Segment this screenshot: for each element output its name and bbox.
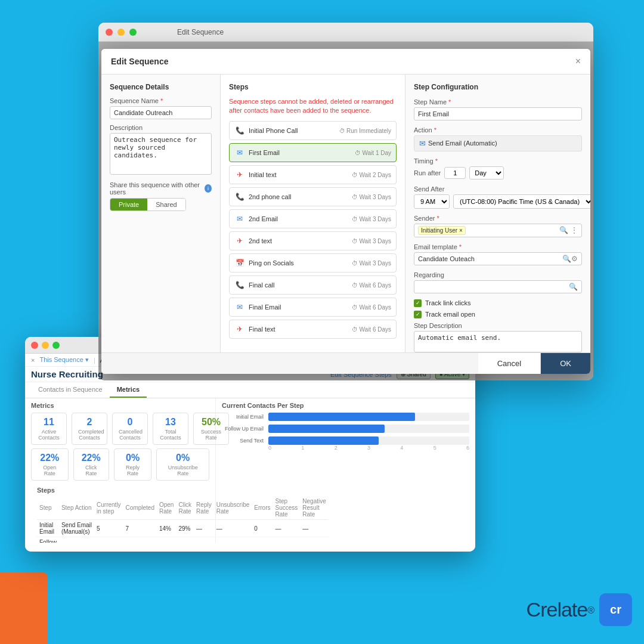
unsub-rate-label: Unsubscribe Rate <box>163 465 203 476</box>
tl-green-2[interactable] <box>52 342 60 349</box>
template-settings-btn[interactable]: ⚙ <box>571 255 578 263</box>
steps-title: Steps <box>229 83 397 91</box>
shared-button[interactable]: Shared <box>147 199 185 210</box>
active-contacts-value: 11 <box>38 417 60 428</box>
seq-desc-label: Description <box>110 124 212 131</box>
this-sequence-tab[interactable]: This Sequence ▾ <box>39 356 88 364</box>
sender-more-btn[interactable]: ⋮ <box>571 226 578 234</box>
tab-metrics[interactable]: Metrics <box>110 382 147 398</box>
email-icon-3: ✉ <box>234 302 245 312</box>
seq-name-input[interactable] <box>110 106 212 119</box>
regarding-search-btn[interactable]: 🔍 <box>569 283 578 291</box>
step-item-final-email[interactable]: ✉ Final Email ⏱Wait 6 Days <box>229 298 397 317</box>
step-item-first-email[interactable]: ✉ First Email ⏱Wait 1 Day <box>229 143 397 162</box>
active-contacts-label: Active Contacts <box>38 429 60 441</box>
send-after-timezone-select[interactable]: (UTC-08:00) Pacific Time (US & Canada) <box>453 194 590 209</box>
traffic-light-green[interactable] <box>129 29 137 36</box>
step-item-ping-socials[interactable]: 📅 Ping on Socials ⏱Wait 3 Days <box>229 253 397 273</box>
step-desc-textarea[interactable]: Automatic email send. <box>414 331 582 352</box>
app-close-btn[interactable]: × <box>31 357 35 364</box>
click-rate-label: Click Rate <box>80 465 103 476</box>
step-name-field: Step Name * <box>414 98 582 120</box>
reply-rate-label: Reply Rate <box>120 465 145 476</box>
completed-contacts-label: Completed Contacts <box>78 429 101 441</box>
completed-contacts-value: 2 <box>78 417 101 428</box>
total-contacts-label: Total Contacts <box>159 429 182 441</box>
chart-section: Current Contacts Per Step Initial Email … <box>216 398 475 543</box>
step-item-2nd-email[interactable]: ✉ 2nd Email ⏱Wait 3 Days <box>229 209 397 228</box>
crelate-logo: cr <box>599 593 632 626</box>
step-item-initial-text[interactable]: ✈ Initial text ⏱Wait 2 Days <box>229 165 397 184</box>
unsub-rate-card: 0% Unsubscribe Rate <box>156 448 209 481</box>
sequence-details-panel: Sequence Details Sequence Name * Descrip… <box>101 75 221 352</box>
timing-number-input[interactable] <box>444 167 466 179</box>
traffic-light-yellow[interactable] <box>117 29 125 36</box>
regarding-input-area[interactable]: 🔍 <box>414 280 582 293</box>
crelate-branding: Crelate® cr <box>527 593 632 626</box>
step-item-2nd-phone-call[interactable]: 📞 2nd phone call ⏱Wait 3 Days <box>229 187 397 206</box>
edit-sequence-dialog: Edit Sequence × Sequence Details Sequenc… <box>101 49 590 374</box>
share-toggle-group: Private Shared <box>110 198 186 211</box>
tl-red-2[interactable] <box>31 342 38 349</box>
reply-rate-value: 0% <box>120 453 145 463</box>
modal-close-button[interactable]: × <box>575 56 581 67</box>
seq-name-label: Sequence Name * <box>110 97 212 104</box>
track-open-checkbox[interactable]: ✓ <box>414 311 422 318</box>
metrics-row-2: 22% Open Rate 22% Click Rate 0% Reply Ra… <box>31 448 209 481</box>
tl-yellow-2[interactable] <box>42 342 49 349</box>
timing-unit-select[interactable]: Day Week <box>469 166 504 179</box>
action-badge: ✉ Send Email (Automatic) <box>414 135 582 151</box>
step-desc-field: Step Description Automatic email send. <box>414 322 582 352</box>
email-template-field: Email template * Candidate Outeach 🔍 ⚙ <box>414 243 582 265</box>
text-icon-2: ✈ <box>234 236 245 246</box>
open-rate-label: Open Rate <box>38 465 62 476</box>
completed-contacts-card: 2 Completed Contacts <box>72 413 107 445</box>
steps-table-section: Steps Step Step Action Currently in step… <box>31 484 209 543</box>
click-rate-value: 22% <box>80 453 103 463</box>
text-icon-3: ✈ <box>234 324 245 335</box>
traffic-light-red[interactable] <box>106 29 113 36</box>
sender-input-area[interactable]: Initiating User × 🔍 ⋮ <box>414 224 582 237</box>
step-item-initial-phone-call[interactable]: 📞 Initial Phone Call ⏱Run Immediately <box>229 121 397 140</box>
track-link-checkbox[interactable]: ✓ <box>414 299 422 307</box>
chart-bar-initial-email: Initial Email <box>222 413 469 421</box>
cancel-button[interactable]: Cancel <box>478 353 541 374</box>
step-item-2nd-text[interactable]: ✈ 2nd text ⏱Wait 3 Days <box>229 231 397 250</box>
email-icon-2: ✉ <box>234 213 245 224</box>
crelate-registered-icon: ® <box>587 605 595 615</box>
cancelled-contacts-value: 0 <box>119 417 141 428</box>
main-window-title: Edit Sequence <box>177 28 224 36</box>
sender-tag: Initiating User × <box>418 226 466 235</box>
track-link-label: Track link clicks <box>425 299 471 306</box>
seq-details-title: Sequence Details <box>110 83 212 91</box>
chart-bar-followup-email: Follow Up Email <box>222 425 469 433</box>
modal-body: Sequence Details Sequence Name * Descrip… <box>101 75 590 352</box>
total-contacts-value: 13 <box>159 417 182 428</box>
ok-button[interactable]: OK <box>541 353 590 374</box>
bar-chart: Initial Email Follow Up Email Send Text <box>222 413 469 445</box>
send-after-time-select[interactable]: 9 AM <box>414 194 450 209</box>
template-input-area[interactable]: Candidate Outeach 🔍 ⚙ <box>414 252 582 265</box>
cancelled-contacts-label: Cancelled Contacts <box>119 429 141 441</box>
steps-warning: Sequence steps cannot be added, deleted … <box>229 97 397 116</box>
sender-search-btn[interactable]: 🔍 <box>559 226 568 234</box>
sender-field: Sender * Initiating User × 🔍 ⋮ <box>414 215 582 237</box>
private-button[interactable]: Private <box>110 199 147 210</box>
step-name-input[interactable] <box>414 107 582 120</box>
seq-desc-textarea[interactable]: Outreach sequence for newly sourced cand… <box>110 133 212 175</box>
phone-icon-3: 📞 <box>234 280 245 290</box>
crelate-text: Crelate <box>527 598 588 621</box>
step-item-final-text[interactable]: ✈ Final text ⏱Wait 6 Days <box>229 320 397 339</box>
step-item-final-call[interactable]: 📞 Final call ⏱Wait 6 Days <box>229 275 397 295</box>
tab-contacts-in-sequence[interactable]: Contacts in Sequence <box>31 382 110 398</box>
template-search-btn[interactable]: 🔍 <box>562 255 571 263</box>
modal-footer: Cancel OK <box>101 352 590 374</box>
chart-axis: 0 1 2 3 4 5 6 <box>222 445 469 451</box>
template-name-text: Candidate Outeach <box>418 255 562 262</box>
chart-bar-send-text: Send Text <box>222 436 469 445</box>
total-contacts-card: 13 Total Contacts <box>153 413 188 445</box>
modal-overlay: Edit Sequence × Sequence Details Sequenc… <box>98 42 593 380</box>
modal-title: Edit Sequence <box>111 57 168 66</box>
track-open-label: Track email open <box>425 311 475 318</box>
send-after-field: Send After 9 AM (UTC-08:00) Pacific Time… <box>414 185 582 209</box>
